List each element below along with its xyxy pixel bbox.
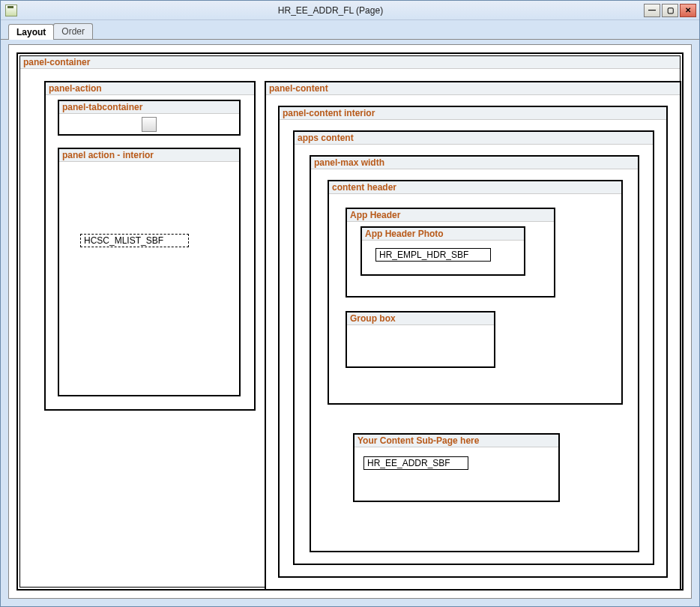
panel-app-header-label: App Header (347, 209, 554, 222)
panel-content-header[interactable]: content header App Header (328, 180, 623, 405)
panel-apps-content[interactable]: apps content panel-max width (293, 130, 654, 565)
titlebar: HR_EE_ADDR_FL (Page) — ▢ ✕ (1, 1, 699, 20)
panel-action-interior[interactable]: panel action - interior HCSC_MLIST_SBF (58, 148, 241, 396)
client-area: panel-container panel-action panel-tabco… (8, 44, 692, 599)
panel-app-header-photo[interactable]: App Header Photo HR_EMPL_HDR_SBF (360, 226, 525, 276)
field-hr-empl-hdr[interactable]: HR_EMPL_HDR_SBF (375, 248, 491, 262)
panel-action-label: panel-action (46, 82, 254, 95)
panel-group-box[interactable]: Group box (346, 311, 495, 368)
tab-order[interactable]: Order (53, 23, 93, 39)
tab-strip: Layout Order (1, 20, 699, 40)
panel-content-header-label: content header (329, 181, 621, 194)
panel-tabcontainer-label: panel-tabcontainer (59, 101, 239, 114)
panel-apps-content-label: apps content (295, 132, 653, 145)
layout-canvas[interactable]: panel-container panel-action panel-tabco… (19, 55, 681, 588)
app-window: HR_EE_ADDR_FL (Page) — ▢ ✕ Layout Order … (0, 0, 700, 607)
panel-max-width[interactable]: panel-max width content header (310, 155, 639, 552)
field-hcsc-mlist[interactable]: HCSC_MLIST_SBF (80, 234, 189, 247)
panel-content[interactable]: panel-content panel-content interior app… (265, 81, 681, 591)
maximize-button[interactable]: ▢ (662, 4, 678, 17)
layout-canvas-outer: panel-container panel-action panel-tabco… (16, 52, 684, 591)
panel-app-header[interactable]: App Header App Header Photo (346, 208, 555, 298)
panel-content-interior[interactable]: panel-content interior apps content pane… (278, 106, 668, 578)
panel-app-header-photo-label: App Header Photo (362, 228, 524, 241)
minimize-button[interactable]: — (644, 4, 660, 17)
close-button[interactable]: ✕ (680, 4, 696, 17)
panel-container-label: panel-container (20, 56, 680, 69)
window-controls: — ▢ ✕ (644, 4, 696, 17)
panel-max-width-label: panel-max width (311, 157, 638, 169)
panel-action-interior-label: panel action - interior (59, 149, 239, 162)
tab-layout[interactable]: Layout (8, 24, 54, 40)
panel-your-content-label: Your Content Sub-Page here (354, 435, 558, 447)
panel-content-label: panel-content (266, 82, 680, 95)
panel-action[interactable]: panel-action panel-tabcontainer panel ac… (44, 81, 256, 411)
panel-your-content[interactable]: Your Content Sub-Page here HR_EE_ADDR_SB… (353, 433, 560, 502)
window-title: HR_EE_ADDR_FL (Page) (17, 5, 644, 16)
field-hr-ee-addr[interactable]: HR_EE_ADDR_SBF (363, 456, 468, 470)
tabcontainer-button[interactable] (142, 117, 157, 132)
panel-content-interior-label: panel-content interior (280, 107, 666, 120)
panel-group-box-label: Group box (347, 312, 494, 325)
panel-tabcontainer[interactable]: panel-tabcontainer (58, 100, 241, 136)
app-icon (5, 4, 17, 16)
